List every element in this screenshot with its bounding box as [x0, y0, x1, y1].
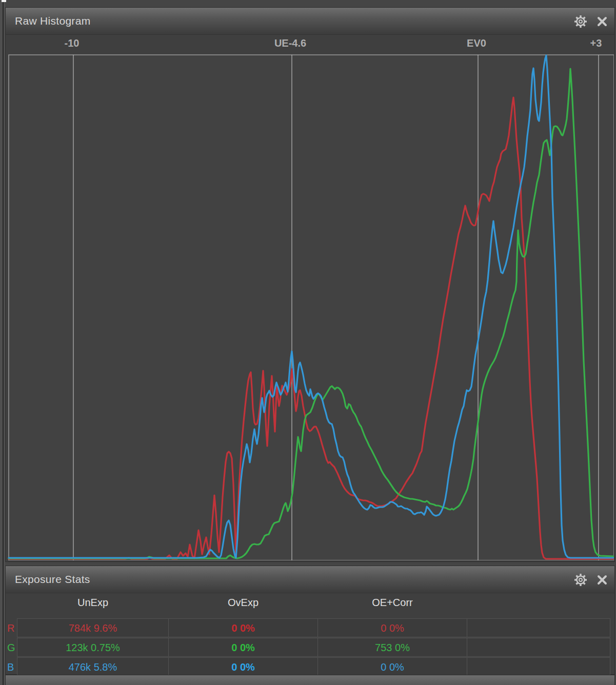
table-row-green: G 123k 0.75% 0 0% 753 0%: [6, 638, 615, 657]
exposure-stats-titlebar: Exposure Stats: [6, 566, 614, 593]
b-ovexp-value: 0 0%: [168, 657, 318, 676]
g-oecorr-value: 753 0%: [317, 638, 467, 657]
channel-label-g: G: [7, 638, 17, 657]
raw-histogram-title: Raw Histogram: [15, 8, 90, 34]
r-unexp-value: 784k 9.6%: [17, 618, 169, 637]
ev-axis-row: -10UE-4.6EV0+3: [6, 36, 615, 53]
ev-axis-label: -10: [65, 37, 80, 49]
g-empty-cell: [467, 638, 610, 657]
settings-gear-icon[interactable]: [573, 14, 588, 29]
top-left-artifact: [2, 0, 6, 2]
r-empty-cell: [467, 618, 610, 637]
raw-histogram-panel: Raw Histogram: [5, 7, 615, 562]
close-icon[interactable]: [595, 573, 609, 587]
column-header-oecorr: OE+Corr: [372, 597, 412, 609]
panel-edge-divider: [3, 0, 4, 685]
ev-axis-label: EV0: [467, 37, 486, 49]
xmp-title: XMP Metadata: [15, 675, 88, 685]
table-row-red: R 784k 9.6% 0 0% 0 0%: [6, 618, 615, 638]
table-row-blue: B 476k 5.8% 0 0% 0 0%: [6, 657, 615, 677]
r-ovexp-value: 0 0%: [168, 618, 318, 637]
ev-axis-label: +3: [590, 37, 602, 49]
channel-label-r: R: [7, 618, 17, 638]
g-unexp-value: 123k 0.75%: [17, 638, 169, 657]
column-header-unexp: UnExp: [77, 597, 108, 609]
stats-header-row: UnExp OvExp OE+Corr: [6, 593, 615, 618]
b-empty-cell: [467, 657, 610, 676]
xmp-titlebar: XMP Metadata: [6, 675, 614, 685]
column-header-ovexp: OvExp: [228, 597, 259, 609]
xmp-metadata-panel: XMP Metadata: [5, 675, 615, 685]
close-icon[interactable]: [595, 14, 609, 29]
raw-histogram-titlebar: Raw Histogram: [6, 8, 614, 35]
b-oecorr-value: 0 0%: [317, 657, 467, 676]
b-unexp-value: 476k 5.8%: [17, 657, 169, 676]
exposure-stats-title: Exposure Stats: [15, 566, 90, 593]
exposure-stats-panel: Exposure Stats: [5, 566, 615, 675]
g-ovexp-value: 0 0%: [168, 638, 318, 657]
plot-area: [9, 55, 614, 560]
settings-gear-icon[interactable]: [573, 573, 588, 587]
app-background: Raw Histogram: [0, 0, 616, 685]
left-edge-strip: [0, 0, 5, 685]
raw-histogram-plot: [7, 53, 614, 560]
ev-axis-label: UE-4.6: [274, 37, 306, 49]
channel-label-b: B: [7, 657, 17, 677]
r-oecorr-value: 0 0%: [317, 618, 467, 637]
